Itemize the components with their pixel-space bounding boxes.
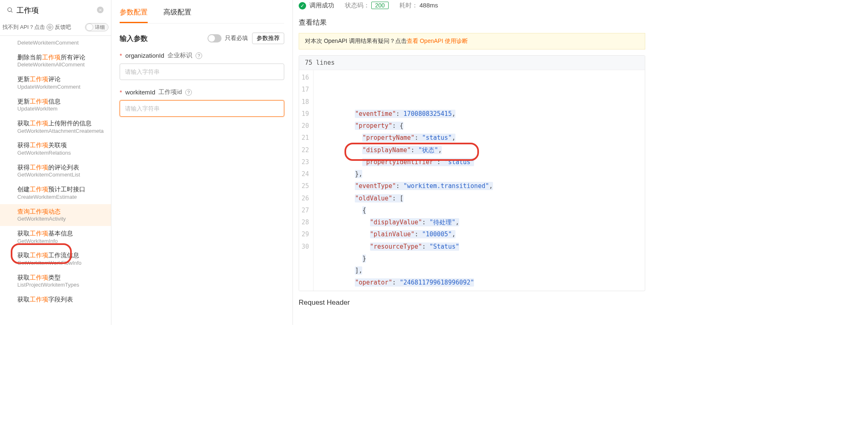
tab-参数配置[interactable]: 参数配置 <box>120 7 148 23</box>
api-item-title-cn: 获取工作项基本信息 <box>17 229 104 238</box>
input-params-header: 输入参数 只看必填 参数推荐 <box>120 33 284 44</box>
api-item-title-cn: 创建工作项预计工时接口 <box>17 185 104 193</box>
api-item-DeleteWorkitemAllComment[interactable]: 删除当前工作项所有评论DeleteWorkitemAllComment <box>0 50 111 72</box>
api-item-title-en: GetWorkItemActivity <box>17 216 104 223</box>
code-line-23: "oldValue": [ <box>318 193 493 205</box>
tabs: 参数配置高级配置 <box>120 0 284 24</box>
code-line-16: "eventTime": 1700808325415, <box>318 108 493 120</box>
code-line-25: "displayValue": "待处理", <box>318 216 493 228</box>
frown-icon: ☹ <box>47 24 53 31</box>
field-label: *workitemId工作项id? <box>120 88 284 96</box>
api-item-title-en: DeleteWorkitemAllComment <box>17 61 104 68</box>
organizationId-input[interactable] <box>120 64 284 80</box>
api-item-title-cn: 获得工作项的评论列表 <box>17 163 104 172</box>
status-code-label: 状态码： <box>345 2 370 9</box>
only-required-label: 只看必填 <box>225 35 248 42</box>
api-item-UpdateWorkItem[interactable]: 更新工作项信息UpdateWorkItem <box>0 94 111 116</box>
hint-feedback[interactable]: 反馈吧 <box>55 24 71 31</box>
view-result-title: 查看结果 <box>299 18 645 27</box>
hint-row: 找不到 API？点击 ☹ 反馈吧 详细 <box>0 21 111 36</box>
api-item-GetWorkItemActivity[interactable]: 查询工作项动态GetWorkItemActivity <box>0 204 111 226</box>
api-list[interactable]: DeleteWorkitemComment删除当前工作项所有评论DeleteWo… <box>0 36 111 325</box>
svg-line-1 <box>11 11 12 12</box>
search-icon <box>7 7 13 13</box>
help-icon[interactable]: ? <box>196 52 202 59</box>
detail-toggle[interactable]: 详细 <box>85 23 108 31</box>
help-icon[interactable]: ? <box>185 89 192 96</box>
api-item-title-cn: 更新工作项信息 <box>17 97 104 106</box>
api-sidebar: ✕ 找不到 API？点击 ☹ 反馈吧 详细 DeleteWorkitemComm… <box>0 0 111 325</box>
only-required: 只看必填 <box>208 34 248 42</box>
code-line-27: "resourceType": "Status" <box>318 241 493 253</box>
api-item-CreateWorkitemEstimate[interactable]: 创建工作项预计工时接口CreateWorkitemEstimate <box>0 182 111 204</box>
code-line-20: "propertyIdentifier": "status" <box>318 156 493 168</box>
api-item-title-cn: 更新工作项评论 <box>17 75 104 83</box>
code-line-18: "propertyName": "status", <box>318 132 493 144</box>
field-label: *organizationId企业标识? <box>120 52 284 59</box>
api-item-title-cn: 查询工作项动态 <box>17 207 104 216</box>
field-workitemId: *workitemId工作项id? <box>120 88 284 117</box>
field-key: organizationId <box>125 52 164 59</box>
close-icon[interactable]: ✕ <box>97 7 104 13</box>
code-panel: 75 lines 161718192021222324252627282930 … <box>299 55 645 291</box>
latency-label: 耗时： <box>399 2 418 9</box>
workitemId-input[interactable] <box>120 100 284 117</box>
api-item-ListProjectWorkitemTypes[interactable]: 获取工作项类型ListProjectWorkitemTypes <box>0 270 111 292</box>
code-line-22: "eventType": "workitem.transitioned", <box>318 180 493 192</box>
api-item-title-en: GetWorkitemRelations <box>17 150 104 157</box>
api-item-title-en: CreateWorkitemEstimate <box>17 194 104 201</box>
code-line-30: "operator": "246811799618996092" <box>318 277 493 289</box>
api-item-title-en: DeleteWorkitemComment <box>17 40 104 47</box>
field-key: workitemId <box>125 89 156 96</box>
api-item-DeleteWorkitemComment[interactable]: DeleteWorkitemComment <box>0 36 111 50</box>
latency-value: 488ms <box>420 2 438 9</box>
api-item-title-cn: 删除当前工作项所有评论 <box>17 53 104 61</box>
required-star: * <box>120 89 122 96</box>
tab-高级配置[interactable]: 高级配置 <box>163 7 191 23</box>
code-content: "eventTime": 1700808325415, "property": … <box>314 70 493 291</box>
code-line-17: "property": { <box>318 120 493 132</box>
search-wrap: ✕ <box>0 0 111 21</box>
section-title: 输入参数 <box>120 34 148 43</box>
result-panel: ✓ 调用成功 状态码： 200 耗时： 488ms 查看结果 对本次 OpenA… <box>293 0 651 325</box>
api-item-GetWorkitemRelations[interactable]: 获得工作项关联项GetWorkitemRelations <box>0 138 111 160</box>
api-item-GetWorkItemInfo[interactable]: 获取工作项基本信息GetWorkItemInfo <box>0 226 111 248</box>
code-gutter: 161718192021222324252627282930 <box>299 70 314 291</box>
api-item-title-cn: 获得工作项关联项 <box>17 141 104 149</box>
code-line-19: "displayName": "状态", <box>318 144 493 156</box>
only-required-toggle[interactable] <box>208 34 222 42</box>
diagnosis-link[interactable]: 查看 OpenAPI 使用诊断 <box>407 38 468 44</box>
field-organizationId: *organizationId企业标识? <box>120 52 284 80</box>
code-line-29: ], <box>318 265 493 277</box>
form-fields: *organizationId企业标识?*workitemId工作项id? <box>120 52 284 117</box>
param-recommend-button[interactable]: 参数推荐 <box>252 33 284 44</box>
success-label: 调用成功 <box>309 2 334 9</box>
api-item-[interactable]: 获取工作项字段列表 <box>0 292 111 307</box>
api-item-GetWorkitemAttachmentCreatemeta[interactable]: 获取工作项上传附件的信息GetWorkitemAttachmentCreatem… <box>0 116 111 138</box>
field-desc: 企业标识 <box>167 52 192 59</box>
code-line-21: }, <box>318 168 493 180</box>
api-item-title-en: UpdateWorkItem <box>17 106 104 113</box>
api-item-title-en: GetWorkItemInfo <box>17 238 104 245</box>
note-prefix: 对本次 OpenAPI 调用结果有疑问？点击 <box>305 38 407 44</box>
api-item-UpdateWorkitemComment[interactable]: 更新工作项评论UpdateWorkitemComment <box>0 72 111 94</box>
code-lines-summary[interactable]: 75 lines <box>299 56 645 70</box>
svg-point-0 <box>8 8 12 12</box>
search-input[interactable] <box>5 3 106 17</box>
api-item-title-cn: 获取工作项字段列表 <box>17 295 104 304</box>
api-item-title-en: GetWorkitemAttachmentCreatemeta <box>17 128 104 135</box>
api-item-title-cn: 获取工作项类型 <box>17 273 104 282</box>
api-item-title-en: UpdateWorkitemComment <box>17 84 104 91</box>
api-item-title-en: GetWorkItemWorkFlowInfo <box>17 260 104 267</box>
code-line-26: "plainValue": "100005", <box>318 228 493 240</box>
api-item-GetWorkitemCommentList[interactable]: 获得工作项的评论列表GetWorkitemCommentList <box>0 160 111 182</box>
required-star: * <box>120 52 122 59</box>
api-item-title-en: GetWorkitemCommentList <box>17 172 104 179</box>
request-header-title: Request Header <box>299 299 645 307</box>
status-code-value: 200 <box>371 2 388 9</box>
status-row: ✓ 调用成功 状态码： 200 耗时： 488ms <box>299 0 645 16</box>
api-item-GetWorkItemWorkFlowInfo[interactable]: 获取工作项工作流信息GetWorkItemWorkFlowInfo <box>0 248 111 270</box>
code-body[interactable]: 161718192021222324252627282930 "eventTim… <box>299 70 645 291</box>
check-icon: ✓ <box>299 2 306 9</box>
params-panel: 参数配置高级配置 输入参数 只看必填 参数推荐 *organizationId企… <box>111 0 293 325</box>
